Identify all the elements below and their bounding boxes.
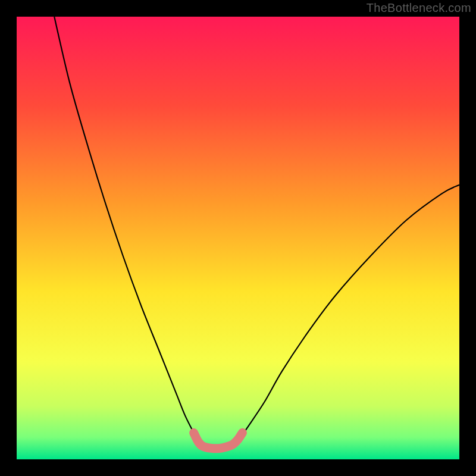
chart-svg <box>17 17 459 459</box>
heat-background <box>17 17 459 459</box>
plot-area <box>17 17 459 459</box>
watermark-text: TheBottleneck.com <box>367 1 471 15</box>
chart-frame: TheBottleneck.com <box>0 0 476 476</box>
